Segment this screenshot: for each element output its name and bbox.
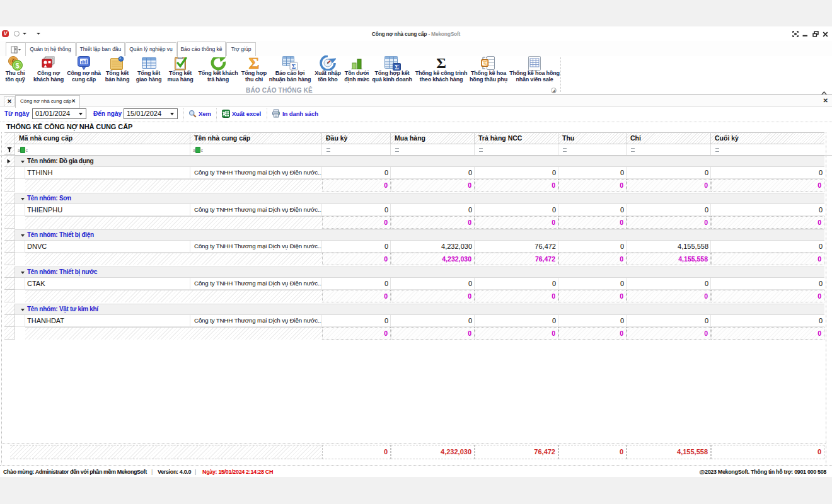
svg-text:$: $ — [16, 62, 20, 69]
svg-text:Σ=: Σ= — [482, 61, 487, 66]
svg-text:Σ: Σ — [292, 63, 296, 70]
svg-text:Σ: Σ — [249, 55, 260, 71]
svg-text:Σ: Σ — [395, 64, 399, 71]
svg-text:Σ: Σ — [436, 56, 446, 70]
